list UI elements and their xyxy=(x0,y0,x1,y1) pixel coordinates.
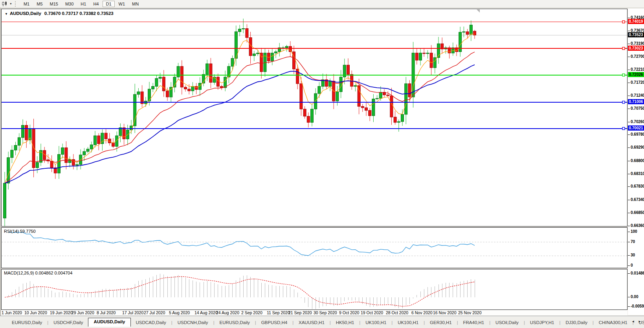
price-level-badge: 0.73023 xyxy=(628,46,644,51)
timeframe-button-m30[interactable]: M30 xyxy=(62,1,77,7)
date-axis-label: 19 Jun 2020 xyxy=(50,310,73,315)
chart-tab-usdjpy-h1[interactable]: USDJPY,H1 xyxy=(525,319,559,327)
axis-tick xyxy=(628,232,630,232)
date-axis-label: 17 Jul 2020 xyxy=(122,310,143,315)
rsi-axis-label: 30 xyxy=(631,253,635,257)
chart-tab-xauusd-h1[interactable]: XAUUSD,H1 xyxy=(294,319,329,327)
date-axis-label: 1 Jun 2020 xyxy=(2,310,22,315)
axis-tick xyxy=(628,200,630,200)
timeframe-toolbar: M1M5M15M30H1H4D1W1MN xyxy=(20,1,142,7)
price-level-badge: 0.73523 xyxy=(628,32,644,37)
date-axis-label: 24 Aug 2020 xyxy=(216,310,239,315)
chart-tab-eurusd-daily[interactable]: EURUSD,Daily xyxy=(7,319,47,327)
axis-tick xyxy=(628,31,630,31)
axis-tick xyxy=(628,255,630,256)
price-axis-label: 0.69780 xyxy=(631,132,644,136)
main-chart-panel[interactable]: ▼AUDUSD,Daily0.73670 0.73717 0.73382 0.7… xyxy=(1,9,627,227)
chart-tab-uk100-h1[interactable]: UK100,H1 xyxy=(361,319,391,327)
rsi-axis-label: 100 xyxy=(631,229,637,234)
macd-axis-label: 0.00 xyxy=(631,295,638,299)
macd-axis-label: 0.014861 xyxy=(631,271,644,275)
axis-tick xyxy=(628,174,630,174)
price-level-badge: 0.71006 xyxy=(628,99,644,104)
rsi-axis-label: 0 xyxy=(631,263,633,267)
price-level-badge: 0.74019 xyxy=(628,19,644,24)
axis-tick xyxy=(628,306,630,307)
price-axis-label: 0.66360 xyxy=(631,223,644,228)
price-axis-label: 0.68310 xyxy=(631,171,644,176)
price-axis-label: 0.70260 xyxy=(631,120,644,124)
price-axis-label: 0.72700 xyxy=(631,54,644,59)
date-axis-label: 27 Jul 2020 xyxy=(144,310,165,315)
chart-tab-audusd-daily[interactable]: AUDUSD,Daily xyxy=(88,318,131,327)
chart-tab-china300-h1[interactable]: CHINA300,H1 xyxy=(594,319,632,327)
date-axis-label: 11 Sep 2020 xyxy=(267,310,290,315)
chart-type-dropdown-icon[interactable]: ▼ xyxy=(9,2,12,5)
axis-tick xyxy=(628,18,630,18)
chart-tab-fra40-h1[interactable]: FRA40,H1 xyxy=(459,319,489,327)
chart-tab-ger30-h1[interactable]: GER30,H1 xyxy=(425,319,457,327)
date-axis-label: 9 Oct 2020 xyxy=(339,310,359,315)
chart-symbol-period: AUDUSD,Daily xyxy=(10,11,41,16)
rsi-panel[interactable]: RSI(14) 59.7750 xyxy=(1,227,627,268)
candlestick-chart-icon[interactable] xyxy=(1,1,9,7)
timeframe-button-d1[interactable]: D1 xyxy=(103,1,114,7)
date-axis-label: 10 Jun 2020 xyxy=(24,310,47,315)
timeframe-button-mn[interactable]: MN xyxy=(129,1,142,7)
chart-tab-usdchf-daily[interactable]: USDCHF,Daily xyxy=(49,319,88,327)
price-axis-label: 0.67830 xyxy=(631,184,644,188)
axis-tick xyxy=(628,265,630,266)
date-axis-label: 25 Nov 2020 xyxy=(458,310,482,315)
axis-tick xyxy=(628,122,630,122)
chart-tab-usdcnh-daily[interactable]: USDCNH,Daily xyxy=(173,319,213,327)
date-axis-label: 29 Jun 2020 xyxy=(72,310,94,315)
timeframe-button-h1[interactable]: H1 xyxy=(77,1,89,7)
date-axis-label: 5 Aug 2020 xyxy=(169,310,190,315)
rsi-current-value: 59.7750 xyxy=(20,229,36,234)
axis-tick xyxy=(628,297,630,297)
timeframe-button-w1[interactable]: W1 xyxy=(116,1,128,7)
price-axis-label: 0.70750 xyxy=(631,106,644,111)
chart-tab-usoil-daily[interactable]: USOil,Daily xyxy=(491,319,523,327)
chart-title: ▼AUDUSD,Daily0.73670 0.73717 0.73382 0.7… xyxy=(5,11,114,16)
timeframe-button-m1[interactable]: M1 xyxy=(20,1,33,7)
rsi-name: RSI(14) xyxy=(4,229,19,234)
timeframe-button-m5[interactable]: M5 xyxy=(33,1,46,7)
price-axis-label: 0.68800 xyxy=(631,158,644,163)
rsi-axis-label: 70 xyxy=(631,240,635,244)
date-axis-label: 30 Sep 2020 xyxy=(314,310,337,315)
chart-tab-eurusd-daily[interactable]: EURUSD,Daily xyxy=(215,319,254,327)
macd-signal-value: 0.004704 xyxy=(54,271,72,275)
macd-label: MACD(12,26,9) 0.004862 0.004704 xyxy=(4,271,72,275)
macd-panel[interactable]: MACD(12,26,9) 0.004862 0.004704 xyxy=(1,269,627,310)
date-axis-label: 19 Oct 2020 xyxy=(361,310,383,315)
axis-tick xyxy=(628,70,630,70)
date-axis-label: 21 Sep 2020 xyxy=(288,310,312,315)
macd-axis-label: -0.005938 xyxy=(631,304,644,308)
chart-tab-gbpusd-h4[interactable]: GBPUSD,H4 xyxy=(257,319,292,327)
axis-tick xyxy=(628,242,630,242)
chart-tab-usdcad-daily[interactable]: USDCAD,Daily xyxy=(131,319,171,327)
axis-tick xyxy=(628,83,630,83)
axis-tick xyxy=(628,96,630,96)
timeframe-button-m15[interactable]: M15 xyxy=(47,1,61,7)
axis-tick xyxy=(628,135,630,135)
price-axis-label: 0.71720 xyxy=(631,80,644,85)
toolbar: ▼ M1M5M15M30H1H4D1W1MN xyxy=(0,0,644,8)
price-level-badge: 0.70021 xyxy=(628,125,644,131)
tab-scroll-left-icon[interactable]: ◄ xyxy=(631,320,635,323)
chart-tab-dj30-daily[interactable]: DJ30,Daily xyxy=(561,319,592,327)
tab-scroll-arrows: ◄ ► xyxy=(631,320,641,323)
price-axis-label: 0.72210 xyxy=(631,67,644,72)
window-edge xyxy=(0,8,1,322)
chart-tab-uk100-h1[interactable]: UK100,H1 xyxy=(393,319,423,327)
axis-tick xyxy=(628,226,630,226)
tab-scroll-right-icon[interactable]: ► xyxy=(638,320,641,323)
axis-tick xyxy=(628,213,630,213)
price-axis-label: 0.69290 xyxy=(631,145,644,149)
axis-tick xyxy=(628,147,630,148)
chart-tab-hk50-h1[interactable]: HK50,H1 xyxy=(331,319,359,327)
timeframe-button-h4[interactable]: H4 xyxy=(90,1,102,7)
collapse-arrow-icon[interactable]: ▼ xyxy=(5,12,8,16)
rsi-label: RSI(14) 59.7750 xyxy=(4,229,36,234)
